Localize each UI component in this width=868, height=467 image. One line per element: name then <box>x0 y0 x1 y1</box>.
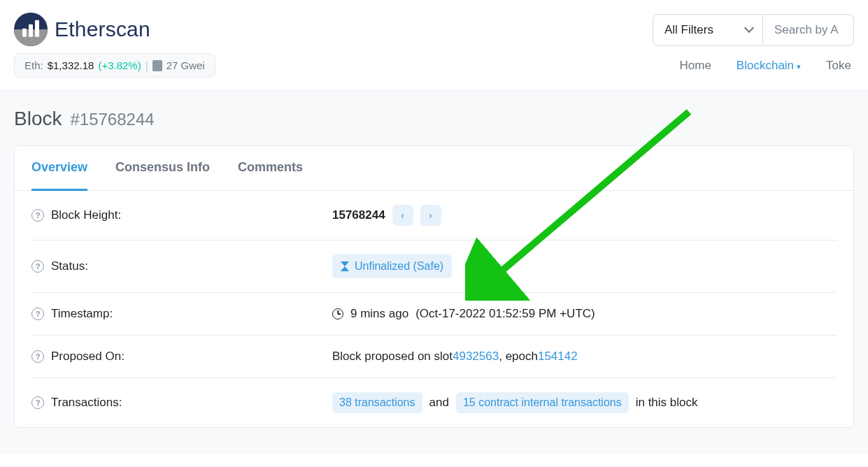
label-proposed: Proposed On: <box>51 350 124 364</box>
main-nav: Home Blockchain▾ Toke <box>680 59 855 73</box>
row-proposed: ?Proposed On: Block proposed on slot 493… <box>31 336 837 378</box>
tab-comments[interactable]: Comments <box>238 146 303 190</box>
nav-home[interactable]: Home <box>680 59 711 73</box>
transactions-chip[interactable]: 38 transactions <box>332 392 422 413</box>
gas-value: 27 Gwei <box>166 59 205 71</box>
price-value: $1,332.18 <box>48 59 94 71</box>
label-timestamp: Timestamp: <box>51 307 113 321</box>
chevron-down-icon: ▾ <box>797 62 801 71</box>
help-icon[interactable]: ? <box>31 396 44 409</box>
chevron-down-icon <box>746 26 754 34</box>
help-icon[interactable]: ? <box>31 308 44 320</box>
timestamp-full: (Oct-17-2022 01:52:59 PM +UTC) <box>415 307 595 321</box>
txs-suffix: in this block <box>636 396 698 410</box>
status-text: Unfinalized (Safe) <box>355 260 443 273</box>
label-transactions: Transactions: <box>51 396 122 410</box>
label-block-height: Block Height: <box>51 208 121 222</box>
nav-blockchain[interactable]: Blockchain▾ <box>737 59 801 73</box>
logo[interactable]: Etherscan <box>14 13 150 46</box>
help-icon[interactable]: ? <box>31 350 44 363</box>
logo-icon <box>14 13 48 46</box>
label-status: Status: <box>51 259 88 273</box>
timestamp-ago: 9 mins ago <box>350 307 408 321</box>
status-badge: Unfinalized (Safe) <box>332 254 452 278</box>
internal-transactions-chip[interactable]: 15 contract internal transactions <box>456 392 629 413</box>
filter-dropdown[interactable]: All Filters <box>653 14 763 46</box>
page-title: Block <box>14 108 62 130</box>
slot-link[interactable]: 4932563 <box>453 350 499 364</box>
next-block-button[interactable]: › <box>420 205 441 226</box>
help-icon[interactable]: ? <box>31 209 44 222</box>
brand-name: Etherscan <box>55 17 150 41</box>
nav-tokens[interactable]: Toke <box>826 59 851 73</box>
block-height-value: 15768244 <box>332 208 385 222</box>
price-pill: Eth: $1,332.18 (+3.82%) | 27 Gwei <box>14 53 215 78</box>
block-number: #15768244 <box>70 110 154 129</box>
hourglass-icon <box>341 261 349 271</box>
row-timestamp: ?Timestamp: 9 mins ago (Oct-17-2022 01:5… <box>31 293 837 336</box>
help-icon[interactable]: ? <box>31 260 44 273</box>
separator: | <box>145 59 148 71</box>
prev-block-button[interactable]: ‹ <box>392 205 413 226</box>
price-prefix: Eth: <box>24 59 43 71</box>
search-input[interactable] <box>763 14 854 46</box>
filter-selected: All Filters <box>664 23 713 36</box>
row-status: ?Status: Unfinalized (Safe) <box>31 240 837 293</box>
row-block-height: ?Block Height: 15768244 ‹ › <box>31 191 837 240</box>
proposed-mid: , epoch <box>499 350 538 364</box>
price-pct: (+3.82%) <box>98 59 141 71</box>
tab-consensus[interactable]: Consensus Info <box>115 146 210 190</box>
gas-icon <box>152 60 162 71</box>
clock-icon <box>332 308 343 319</box>
proposed-prefix: Block proposed on slot <box>332 350 453 364</box>
epoch-link[interactable]: 154142 <box>538 350 578 364</box>
tab-overview[interactable]: Overview <box>31 146 87 191</box>
row-transactions: ?Transactions: 38 transactions and 15 co… <box>31 378 837 427</box>
txs-and: and <box>429 396 449 410</box>
